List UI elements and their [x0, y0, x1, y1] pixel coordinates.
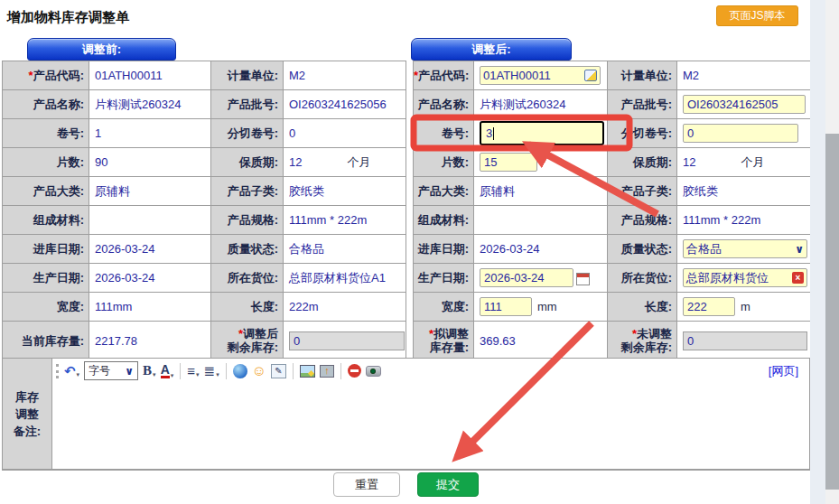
insert-image-icon[interactable]: [300, 365, 315, 378]
batch-no-input[interactable]: [683, 95, 806, 114]
after-unadjusted-cell: [677, 322, 811, 360]
after-category-value: 原辅料: [474, 177, 608, 206]
edit-form-icon[interactable]: ✎: [271, 364, 286, 378]
after-prod-date-cell: [474, 264, 608, 293]
font-size-select[interactable]: 字号∨: [84, 361, 138, 380]
before-shelf-life-label: 保质期:: [211, 148, 284, 177]
caret-down-icon: ▾: [153, 371, 156, 378]
toolbar-separator: [226, 363, 227, 379]
chevron-down-icon: ∨: [125, 365, 134, 378]
after-shelf-life-label: 保质期:: [608, 148, 677, 177]
before-category-label: 产品大类:: [3, 177, 89, 206]
before-materials-value: [89, 206, 211, 235]
quality-status-select[interactable]: 合格品∨: [683, 239, 807, 258]
before-split-roll-value: 0: [284, 119, 406, 148]
length-unit: m: [741, 300, 750, 313]
after-adjust-qty-label: *拟调整库存量:: [414, 322, 474, 360]
after-unit-label: 计量单位:: [608, 61, 677, 90]
after-product-code-label: *产品代码:: [414, 61, 474, 90]
location-input[interactable]: 总部原材料货位×: [683, 268, 807, 287]
block-remote-image-icon[interactable]: [348, 364, 361, 378]
font-color-icon[interactable]: A▾: [161, 363, 174, 378]
after-pieces-cell: [474, 148, 608, 177]
after-category-label: 产品大类:: [414, 177, 474, 206]
after-unit-value: M2: [677, 61, 811, 90]
bold-icon[interactable]: B▾: [143, 364, 156, 378]
remark-text-area[interactable]: [52, 383, 809, 469]
before-length-value: 222m: [284, 293, 406, 322]
after-inbound-date-label: 进库日期:: [414, 235, 474, 264]
width-unit: mm: [537, 300, 557, 313]
submit-button[interactable]: 提交: [417, 472, 479, 497]
before-location-label: 所在货位:: [211, 264, 284, 293]
after-materials-value: [474, 206, 608, 235]
before-inbound-date-value: 2026-03-24: [89, 235, 211, 264]
after-prod-date-label: 生产日期:: [414, 264, 474, 293]
before-location-value: 总部原材料货位A1: [284, 264, 406, 293]
calendar-icon[interactable]: [576, 273, 590, 285]
ordered-list-icon[interactable]: ≣▾: [204, 364, 219, 378]
save-html-icon[interactable]: ↑: [320, 365, 334, 378]
after-length-label: 长度:: [608, 293, 677, 322]
before-quality-value: 合格品: [284, 235, 406, 264]
toolbar-separator: [180, 363, 181, 379]
before-product-name-label: 产品名称:: [3, 90, 89, 119]
page-title: 增加物料库存调整单: [7, 9, 129, 26]
before-category-value: 原辅料: [89, 177, 211, 206]
emoticon-icon[interactable]: ☺: [252, 364, 266, 378]
after-spec-value: 111mm * 222m: [677, 206, 811, 235]
hyperlink-globe-icon[interactable]: [233, 364, 247, 378]
remark-row: 库存 调整 备注: ↶▾ 字号∨ B▾ A▾ ≡▾ ≣▾ ☺ ✎ ↑: [2, 358, 810, 470]
roll-no-input-focused[interactable]: 3: [480, 121, 604, 145]
rich-text-editor: ↶▾ 字号∨ B▾ A▾ ≡▾ ≣▾ ☺ ✎ ↑ [网页]: [52, 359, 809, 469]
undo-icon[interactable]: ↶▾: [64, 364, 79, 378]
remark-label: 库存 调整 备注:: [3, 359, 52, 469]
after-unadjusted-input: [683, 331, 807, 350]
before-product-name-value: 片料测试260324: [89, 90, 211, 119]
after-materials-label: 组成材料:: [414, 206, 474, 235]
caret-down-icon: ▾: [196, 371, 200, 378]
location-clear-icon[interactable]: ×: [792, 272, 804, 284]
caret-down-icon: ▾: [77, 371, 80, 378]
after-inbound-date-value: 2026-03-24: [474, 235, 608, 264]
after-roll-no-cell: 3: [474, 119, 608, 148]
after-sub-category-value: 胶纸类: [677, 177, 811, 206]
length-input[interactable]: [683, 297, 735, 316]
before-remaining-cell: [284, 322, 406, 360]
after-product-name-label: 产品名称:: [414, 90, 474, 119]
after-spec-label: 产品规格:: [608, 206, 677, 235]
before-quality-label: 质量状态:: [211, 235, 284, 264]
split-roll-no-input[interactable]: [683, 124, 798, 143]
before-current-stock-value: 2217.78: [89, 322, 211, 360]
page-js-script-button[interactable]: 页面JS脚本: [716, 5, 798, 26]
after-unadjusted-label: *未调整剩余库存:: [608, 322, 677, 360]
preview-eye-icon[interactable]: [366, 366, 381, 377]
before-remaining-input: [289, 331, 405, 350]
before-pieces-value: 90: [89, 148, 211, 177]
before-roll-no-value: 1: [89, 119, 211, 148]
toolbar-grip-handle[interactable]: [56, 364, 59, 378]
align-icon[interactable]: ≡▾: [187, 364, 199, 378]
footer-bar: 重置 提交: [2, 470, 810, 499]
reset-button[interactable]: 重置: [333, 472, 400, 497]
product-code-picker-icon[interactable]: [584, 70, 597, 81]
before-sub-category-label: 产品子类:: [211, 177, 284, 206]
before-batch-no-label: 产品批号:: [211, 90, 284, 119]
web-page-link[interactable]: [网页]: [769, 363, 798, 379]
page-margin-band: [810, 0, 825, 504]
width-input[interactable]: [480, 297, 532, 316]
production-date-input[interactable]: [480, 268, 573, 287]
inventory-adjustment-page: 增加物料库存调整单 页面JS脚本 调整前: 调整后: *产品代码: 01ATH0…: [0, 0, 839, 504]
before-sub-category-value: 胶纸类: [284, 177, 406, 206]
scrollbar-thumb[interactable]: [825, 134, 839, 490]
before-table: *产品代码: 01ATH00011 计量单位: M2 产品名称: 片料测试260…: [2, 61, 406, 360]
tab-after-adjustment: 调整后:: [411, 38, 572, 61]
chevron-down-icon: ∨: [795, 243, 804, 256]
before-remaining-label: *调整后剩余库存:: [211, 322, 284, 360]
tab-before-adjustment: 调整前:: [27, 38, 176, 61]
caret-down-icon: ▾: [216, 371, 219, 378]
product-code-input[interactable]: 01ATH00011: [480, 66, 601, 85]
after-quality-label: 质量状态:: [608, 235, 677, 264]
pieces-input[interactable]: [480, 153, 537, 172]
shelf-life-unit: 个月: [347, 155, 370, 169]
